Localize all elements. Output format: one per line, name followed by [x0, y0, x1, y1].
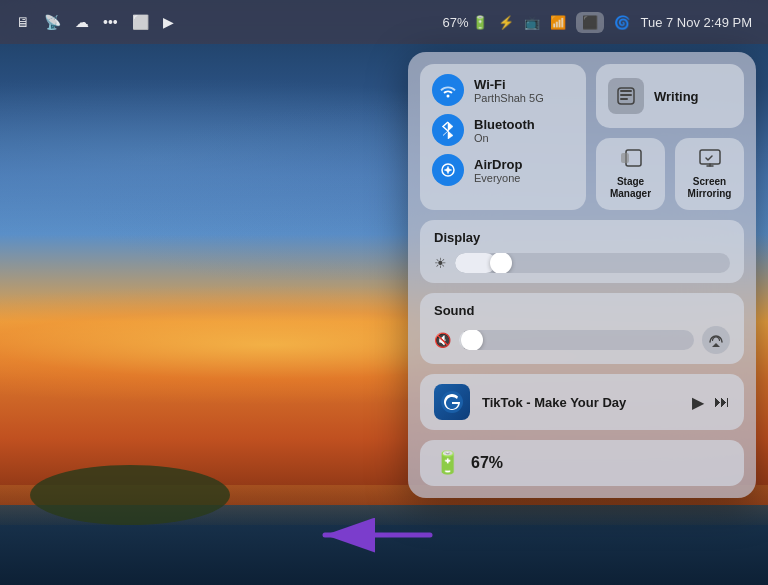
menubar: 🖥 📡 ☁ ••• ⬜ ▶ 67% 🔋 ⚡ 📺 📶 ⬛ 🌀 Tue 7 Nov …: [0, 0, 768, 44]
icloud-icon[interactable]: ☁: [75, 14, 89, 30]
wifi-status-icon[interactable]: 📶: [550, 15, 566, 30]
sound-tile: Sound 🔇: [420, 293, 744, 364]
screen-mirroring-icon: [699, 149, 721, 172]
control-center-button[interactable]: ⬛: [576, 12, 604, 33]
airdrop-label: AirDrop: [474, 157, 522, 172]
bluetooth-icon: [432, 114, 464, 146]
wifi-menu-icon[interactable]: 📡: [44, 14, 61, 30]
dots-icon[interactable]: •••: [103, 14, 118, 30]
airplay-button[interactable]: [702, 326, 730, 354]
volume-icon: 🔇: [434, 332, 451, 348]
writing-icon: [608, 78, 644, 114]
display-label: Display: [434, 230, 730, 245]
battery-menubar[interactable]: 67% 🔋: [442, 15, 488, 30]
svg-rect-4: [620, 94, 632, 96]
top-row: Wi-Fi ParthShah 5G Bluetooth On: [420, 64, 744, 210]
stage-manager-tile[interactable]: Stage Manager: [596, 138, 665, 210]
display-slider-row: ☀: [434, 253, 730, 273]
quick-actions: Writing Stage Manager: [596, 64, 744, 210]
now-playing-controls: ▶ ⏭: [692, 393, 730, 412]
screen-mirroring-label: Screen Mirroring: [683, 176, 736, 200]
small-actions-row: Stage Manager Screen Mirroring: [596, 138, 744, 210]
wifi-label: Wi-Fi: [474, 77, 544, 92]
play-button[interactable]: ▶: [692, 393, 704, 412]
now-playing-info: TikTok - Make Your Day: [482, 395, 680, 410]
control-center-panel: Wi-Fi ParthShah 5G Bluetooth On: [408, 52, 756, 498]
stage-manager-label: Stage Manager: [604, 176, 657, 200]
forward-button[interactable]: ⏭: [714, 393, 730, 411]
tiktok-app-icon: [434, 384, 470, 420]
svg-rect-3: [620, 90, 632, 92]
battery-menubar-label: 67%: [442, 15, 468, 30]
battery-tile-percent: 67%: [471, 454, 503, 472]
bluetooth-sub: On: [474, 132, 535, 144]
brightness-icon: ☀: [434, 255, 447, 271]
now-playing-title: TikTok - Make Your Day: [482, 395, 680, 410]
airdrop-icon: [432, 154, 464, 186]
display-tile: Display ☀: [420, 220, 744, 283]
screen-mirroring-tile[interactable]: Screen Mirroring: [675, 138, 744, 210]
play-icon[interactable]: ▶: [163, 14, 174, 30]
bluetooth-item[interactable]: Bluetooth On: [432, 114, 574, 146]
now-playing-tile: TikTok - Make Your Day ▶ ⏭: [420, 374, 744, 430]
display-slider-knob[interactable]: [490, 253, 512, 273]
airdrop-sub: Everyone: [474, 172, 522, 184]
sound-slider-knob[interactable]: [461, 330, 483, 350]
siri-icon[interactable]: 🌀: [614, 15, 630, 30]
wifi-item[interactable]: Wi-Fi ParthShah 5G: [432, 74, 574, 106]
airdrop-item[interactable]: AirDrop Everyone: [432, 154, 574, 186]
island: [30, 465, 230, 525]
svg-rect-7: [621, 153, 629, 163]
writing-tile[interactable]: Writing: [596, 64, 744, 128]
airplay-menu-icon[interactable]: ⬜: [132, 14, 149, 30]
network-tile: Wi-Fi ParthShah 5G Bluetooth On: [420, 64, 586, 210]
battery-menubar-icon: 🔋: [472, 15, 488, 30]
sound-slider-row: 🔇: [434, 326, 730, 354]
battery-tile: 🔋 67%: [420, 440, 744, 486]
sound-slider[interactable]: [459, 330, 694, 350]
stage-manager-icon: [620, 149, 642, 172]
wifi-sub: ParthShah 5G: [474, 92, 544, 104]
wifi-info: Wi-Fi ParthShah 5G: [474, 77, 544, 104]
airdrop-info: AirDrop Everyone: [474, 157, 522, 184]
sound-label: Sound: [434, 303, 730, 318]
svg-point-1: [446, 168, 450, 172]
bluetooth-info: Bluetooth On: [474, 117, 535, 144]
menubar-left-icons: 🖥 📡 ☁ ••• ⬜ ▶: [16, 14, 174, 30]
battery-tile-icon: 🔋: [434, 450, 461, 476]
menu-time: Tue 7 Nov 2:49 PM: [640, 15, 752, 30]
menubar-right-icons: 67% 🔋 ⚡ 📺 📶 ⬛ 🌀 Tue 7 Nov 2:49 PM: [442, 12, 752, 33]
display-slider[interactable]: [455, 253, 730, 273]
wifi-icon: [432, 74, 464, 106]
cast-icon[interactable]: 📺: [524, 15, 540, 30]
arrow-pointer: [310, 508, 440, 563]
writing-label: Writing: [654, 89, 699, 104]
bluetooth-menubar-icon[interactable]: ⚡: [498, 15, 514, 30]
svg-rect-5: [620, 98, 628, 100]
bluetooth-label: Bluetooth: [474, 117, 535, 132]
app-switcher-icon[interactable]: 🖥: [16, 14, 30, 30]
